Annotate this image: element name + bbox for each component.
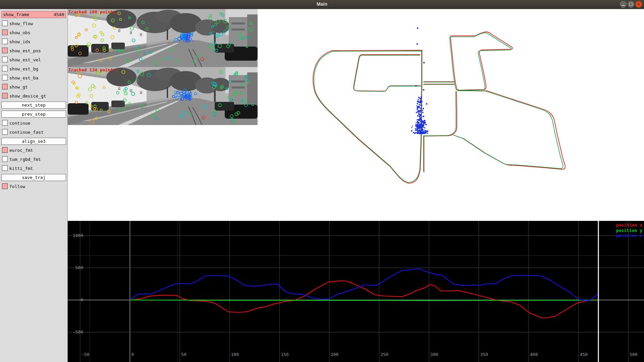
legend-item-0: position x [616,223,642,228]
svg-text:1000: 1000 [73,233,83,238]
button-prev_step[interactable]: prev_step [1,111,66,118]
maximize-icon [628,1,634,7]
sidebar-item-show_gt[interactable]: show_gt [1,83,66,90]
checkbox-show_ids[interactable] [2,39,8,44]
camera-views: Tracked 180 points Tracked 134 points [68,9,258,125]
svg-text:0: 0 [80,297,83,302]
checkbox-euroc_fmt[interactable] [2,147,8,153]
svg-text:500: 500 [630,352,637,357]
plot-series-1 [130,300,598,301]
svg-text:450: 450 [580,352,588,357]
sidebar-item-euroc_fmt[interactable]: euroc_fmt [1,147,66,154]
button-align_se3[interactable]: align_se3 [1,138,66,145]
checkbox-show_est_ba[interactable] [2,75,8,80]
sidebar-item-kitti_fmt[interactable]: kitti_fmt [1,165,66,172]
checkbox-label: continue [9,121,31,126]
checkbox-show_est_bg[interactable] [2,66,8,71]
svg-text:-500: -500 [73,329,83,335]
svg-text:150: 150 [281,352,288,357]
minimize-icon [620,1,626,7]
checkbox-continue[interactable] [2,120,8,126]
sidebar-item-show_device_gt[interactable]: show_device_gt [1,93,66,100]
plot-view[interactable]: -500501001502002503003504004505001000500… [68,221,644,362]
sidebar-item-show_est_vel[interactable]: show_est_vel [1,56,66,63]
value-widget-value: 4540 [54,12,64,17]
button-label: align_se3 [22,139,45,144]
checkbox-tum_rgbd_fmt[interactable] [2,156,8,162]
checkbox-label: show_est_vel [9,57,41,62]
checkbox-label: show_obs [9,30,31,35]
app-window: Main ✕ show_frame4540show_flowshow_obssh… [0,0,644,362]
plot-tick-labels: -500501001502002503003504004505001000500… [73,233,638,357]
tracked-points-label-top: Tracked 180 points [68,9,116,14]
checkbox-label: euroc_fmt [9,148,33,153]
value-widget-show_frame[interactable]: show_frame4540 [1,11,66,18]
sidebar-item-show_flow[interactable]: show_flow [1,20,66,27]
checkbox-label: tum_rgbd_fmt [9,157,41,162]
value-widget-label: show_frame [3,12,29,17]
particle-cloud [411,27,428,134]
svg-text:350: 350 [480,352,488,357]
titlebar[interactable]: Main ✕ [0,0,644,9]
camera-view-top[interactable]: Tracked 180 points [68,9,258,67]
svg-text:-50: -50 [82,352,89,357]
sidebar-item-show_est_ba[interactable]: show_est_ba [1,74,66,81]
checkbox-follow[interactable] [2,183,8,189]
trajectory-estimated-path [313,32,565,183]
checkbox-show_gt[interactable] [2,84,8,89]
close-icon: ✕ [636,1,642,7]
sidebar-item-show_ids[interactable]: show_ids [1,38,66,45]
button-next_step[interactable]: next_step [1,102,66,109]
maximize-button[interactable] [628,1,634,8]
checkbox-kitti_fmt[interactable] [2,165,8,171]
trajectory-view[interactable]: Tracked 180 points Tracked 134 points [68,9,644,221]
checkbox-show_flow[interactable] [2,20,8,26]
sidebar-item-show_est_bg[interactable]: show_est_bg [1,65,66,72]
checkbox-show_obs[interactable] [2,29,8,35]
camera-image [68,67,258,125]
plot-grid [68,221,644,362]
window-title: Main [0,1,644,7]
sidebar-item-show_est_pos[interactable]: show_est_pos [1,47,66,54]
sidebar-item-show_obs[interactable]: show_obs [1,29,66,36]
checkbox-continue_fast[interactable] [2,129,8,135]
tracked-points-label-bottom: Tracked 134 points [68,67,116,72]
checkbox-label: show_ids [9,39,31,44]
checkbox-label: show_est_bg [9,66,38,71]
button-save_traj[interactable]: save_traj [1,174,66,181]
legend-item-1: position y [616,228,642,233]
control-panel-list: show_frame4540show_flowshow_obsshow_idss… [0,11,67,190]
checkbox-label: show_device_gt [9,94,46,99]
checkbox-show_est_vel[interactable] [2,57,8,62]
button-label: prev_step [22,112,45,117]
checkbox-label: kitti_fmt [9,166,33,171]
plot-series-0 [130,281,598,318]
sidebar-item-continue_fast[interactable]: continue_fast [1,129,66,136]
sidebar-item-follow[interactable]: follow [1,183,66,190]
svg-text:0: 0 [131,352,134,357]
trajectory-groundtruth-path [314,33,563,182]
plot-series-2 [130,269,598,301]
svg-text:400: 400 [530,352,538,357]
checkbox-show_est_pos[interactable] [2,48,8,53]
button-label: save_traj [22,175,45,180]
minimize-button[interactable] [620,1,627,8]
checkbox-label: follow [9,184,25,189]
checkbox-label: show_flow [9,21,33,26]
plot-canvas: -500501001502002503003504004505001000500… [68,221,644,362]
plot-legend: position xposition yposition z [616,223,642,238]
svg-text:300: 300 [430,352,438,357]
checkbox-show_device_gt[interactable] [2,93,8,99]
svg-text:100: 100 [231,352,239,357]
close-button[interactable]: ✕ [635,1,642,8]
svg-text:200: 200 [331,352,338,357]
control-panel: show_frame4540show_flowshow_obsshow_idss… [0,9,68,362]
checkbox-label: show_est_pos [9,48,41,53]
camera-view-bottom[interactable]: Tracked 134 points [68,67,258,125]
sidebar-item-continue[interactable]: continue [1,120,66,127]
svg-text:500: 500 [75,265,83,270]
sidebar-item-tum_rgbd_fmt[interactable]: tum_rgbd_fmt [1,156,66,163]
camera-image [68,9,258,67]
svg-text:250: 250 [380,352,388,357]
checkbox-label: continue_fast [9,130,44,135]
